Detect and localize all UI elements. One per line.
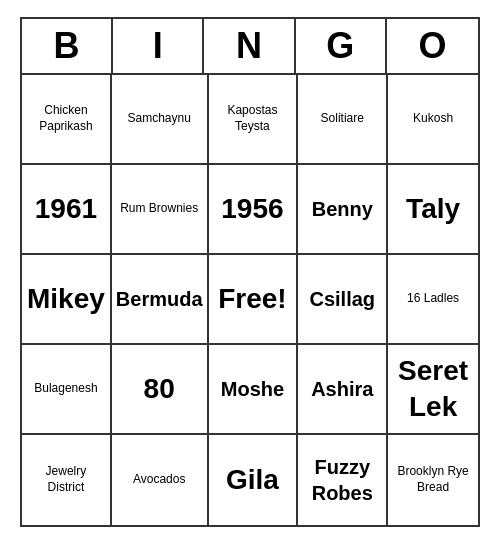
bingo-cell: 80 [112, 345, 209, 435]
bingo-cell: Kukosh [388, 75, 478, 165]
bingo-cell: 1956 [209, 165, 299, 255]
bingo-cell: Brooklyn Rye Bread [388, 435, 478, 525]
header-letter: I [113, 19, 204, 73]
bingo-cell: Ashira [298, 345, 388, 435]
bingo-grid: Chicken PaprikashSamchaynuKapostas Teyst… [22, 75, 478, 525]
bingo-cell: Bulagenesh [22, 345, 112, 435]
bingo-cell: Free! [209, 255, 299, 345]
bingo-cell: Jewelry District [22, 435, 112, 525]
bingo-cell: Mikey [22, 255, 112, 345]
bingo-cell: Chicken Paprikash [22, 75, 112, 165]
bingo-cell: Fuzzy Robes [298, 435, 388, 525]
bingo-cell: Gila [209, 435, 299, 525]
bingo-cell: Moshe [209, 345, 299, 435]
bingo-cell: Samchaynu [112, 75, 209, 165]
bingo-cell: Solitiare [298, 75, 388, 165]
bingo-cell: Csillag [298, 255, 388, 345]
bingo-cell: Bermuda [112, 255, 209, 345]
header-letter: B [22, 19, 113, 73]
bingo-cell: Seret Lek [388, 345, 478, 435]
bingo-cell: 16 Ladles [388, 255, 478, 345]
bingo-cell: Rum Brownies [112, 165, 209, 255]
bingo-card: BINGO Chicken PaprikashSamchaynuKapostas… [20, 17, 480, 527]
header-letter: N [204, 19, 295, 73]
bingo-cell: 1961 [22, 165, 112, 255]
header-letter: G [296, 19, 387, 73]
bingo-cell: Kapostas Teysta [209, 75, 299, 165]
bingo-cell: Benny [298, 165, 388, 255]
bingo-cell: Avocados [112, 435, 209, 525]
header-letter: O [387, 19, 478, 73]
bingo-cell: Taly [388, 165, 478, 255]
bingo-header: BINGO [22, 19, 478, 75]
